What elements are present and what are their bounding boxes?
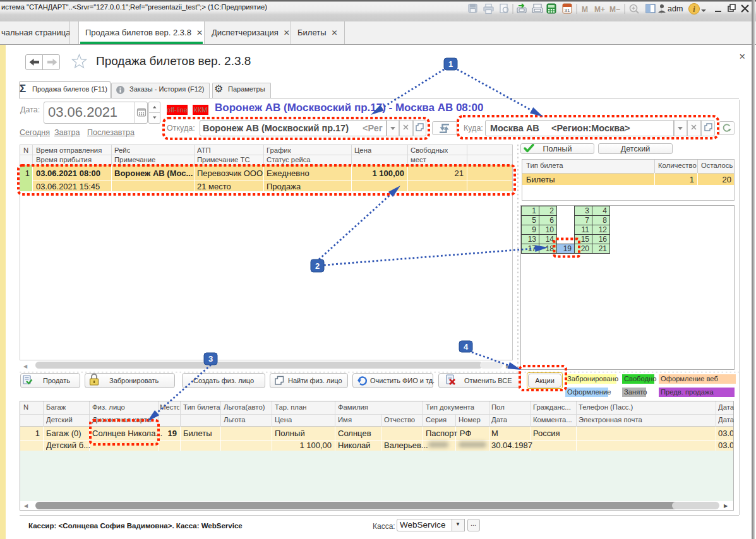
svg-text:31: 31 — [565, 8, 570, 13]
svg-text:M+: M+ — [594, 5, 605, 14]
svg-text:1: 1 — [448, 59, 453, 69]
svg-text:adm: adm — [668, 4, 683, 13]
svg-text:M−: M− — [609, 5, 620, 14]
svg-text:M: M — [582, 5, 588, 14]
